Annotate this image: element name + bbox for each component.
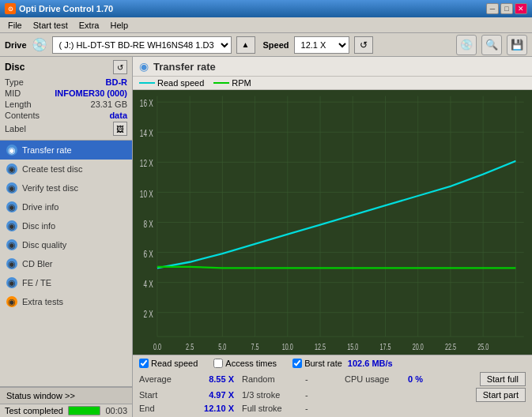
svg-text:14 X: 14 X <box>140 129 153 139</box>
legend-rpm: RPM <box>213 78 251 88</box>
test-completed-row: Test completed 00:03 <box>0 404 132 417</box>
menu-start-test[interactable]: Start test <box>28 19 73 32</box>
cb-access-times-label: Access times <box>225 359 277 368</box>
cb-burst-rate-label: Burst rate <box>304 359 342 368</box>
svg-text:2.5: 2.5 <box>186 343 194 352</box>
nav-label-verify-test-disc: Verify test disc <box>22 183 78 193</box>
test-progress-fill <box>69 407 100 415</box>
maximize-button[interactable]: □ <box>500 3 513 14</box>
nav-icon-verify-test-disc: ◉ <box>6 182 17 193</box>
svg-text:17.5: 17.5 <box>379 343 391 352</box>
disc-mid-value: INFOMER30 (000) <box>55 88 127 98</box>
nav-label-disc-info: Disc info <box>22 221 55 231</box>
stat-1-3-stroke-label: 1/3 stroke <box>242 390 305 400</box>
stat-full-stroke-val: - <box>305 404 321 413</box>
drive-bar: Drive 💿 ( J:) HL-DT-ST BD-RE WH16NS48 1.… <box>0 33 532 57</box>
checkbox-access-times[interactable] <box>213 359 223 368</box>
nav-item-extra-tests[interactable]: ◉ Extra tests <box>0 292 132 311</box>
cb-read-speed-label: Read speed <box>151 359 198 368</box>
menu-bar: File Start test Extra Help <box>0 17 532 33</box>
legend-read-speed-label: Read speed <box>157 78 204 88</box>
drive-select[interactable]: ( J:) HL-DT-ST BD-RE WH16NS48 1.D3 <box>52 36 232 54</box>
disc-refresh-button[interactable]: ↺ <box>113 60 127 74</box>
svg-text:10 X: 10 X <box>140 189 153 199</box>
nav-label-drive-info: Drive info <box>22 202 58 212</box>
stat-average-val: 8.55 X <box>187 374 234 384</box>
checkboxes-row: Read speed Access times Burst rate 102.6… <box>139 357 526 370</box>
disc-panel: Disc ↺ Type BD-R MID INFOMER30 (000) Len… <box>0 57 132 141</box>
speed-select[interactable]: 12.1 X <box>294 36 349 54</box>
svg-text:2 X: 2 X <box>143 309 153 319</box>
disc-title: Disc <box>5 62 25 73</box>
refresh-speed-button[interactable]: ↺ <box>354 36 373 54</box>
legend-rpm-label: RPM <box>232 78 251 88</box>
svg-text:4 X: 4 X <box>143 279 153 289</box>
cb-access-times: Access times <box>213 359 277 368</box>
start-part-button[interactable]: Start part <box>476 388 526 402</box>
close-button[interactable]: ✕ <box>515 3 527 14</box>
disc-icon-button[interactable]: 💿 <box>456 35 477 55</box>
start-full-button[interactable]: Start full <box>480 372 526 386</box>
checkbox-read-speed[interactable] <box>139 359 149 368</box>
scan-button[interactable]: 🔍 <box>481 35 502 55</box>
chart-icon: ◉ <box>139 60 149 73</box>
nav-item-disc-quality[interactable]: ◉ Disc quality <box>0 235 132 254</box>
stat-cpu-val: 0 % <box>408 374 455 384</box>
title-bar: ⊙ Opti Drive Control 1.70 ─ □ ✕ <box>0 0 532 17</box>
app-title: Opti Drive Control 1.70 <box>19 4 113 13</box>
nav-item-create-test-disc[interactable]: ◉ Create test disc <box>0 160 132 178</box>
stat-row-start: Start 4.97 X 1/3 stroke - Start part <box>139 387 526 403</box>
stat-random-label: Random <box>242 374 305 384</box>
svg-text:7.5: 7.5 <box>251 343 259 352</box>
eject-button[interactable]: ▲ <box>236 36 255 54</box>
nav-label-create-test-disc: Create test disc <box>22 164 82 174</box>
nav-item-drive-info[interactable]: ◉ Drive info <box>0 197 132 216</box>
nav-icon-disc-info: ◉ <box>6 220 17 231</box>
stats-rows: Average 8.55 X Random - CPU usage 0 % St… <box>139 370 526 415</box>
cb-read-speed: Read speed <box>139 359 198 368</box>
menu-extra[interactable]: Extra <box>74 19 104 32</box>
main-layout: Disc ↺ Type BD-R MID INFOMER30 (000) Len… <box>0 57 532 417</box>
disc-mid-label: MID <box>5 88 21 98</box>
nav-item-verify-test-disc[interactable]: ◉ Verify test disc <box>0 178 132 197</box>
nav-item-fe-te[interactable]: ◉ FE / TE <box>0 273 132 292</box>
save-button[interactable]: 💾 <box>507 35 527 55</box>
svg-text:6 X: 6 X <box>143 249 153 259</box>
menu-help[interactable]: Help <box>105 19 133 32</box>
nav-icon-disc-quality: ◉ <box>6 239 17 250</box>
nav-icon-create-test-disc: ◉ <box>6 163 17 175</box>
nav-label-transfer-rate: Transfer rate <box>22 145 72 155</box>
legend-color-read-speed <box>139 82 155 84</box>
app-icon: ⊙ <box>5 3 16 14</box>
stat-average-label: Average <box>139 374 187 384</box>
drive-label: Drive <box>5 40 27 50</box>
svg-text:15.0: 15.0 <box>347 343 358 352</box>
status-window-label: Status window >> <box>6 391 75 400</box>
stat-random-val: - <box>305 374 321 384</box>
stat-end-val: 12.10 X <box>187 404 234 413</box>
nav-label-cd-bler: CD Bler <box>22 259 53 269</box>
stat-end-label: End <box>139 404 187 413</box>
disc-length-value: 23.31 GB <box>91 100 127 109</box>
svg-text:25.0: 25.0 <box>477 343 489 352</box>
disc-label-button[interactable]: 🖼 <box>113 122 127 136</box>
nav-icon-drive-info: ◉ <box>6 201 17 212</box>
nav-item-transfer-rate[interactable]: ◉ Transfer rate <box>0 141 132 160</box>
nav-label-fe-te: FE / TE <box>22 278 51 287</box>
menu-file[interactable]: File <box>3 19 27 32</box>
stat-row-average: Average 8.55 X Random - CPU usage 0 % St… <box>139 371 526 387</box>
drive-icon: 💿 <box>32 37 47 52</box>
nav-item-cd-bler[interactable]: ◉ CD Bler <box>0 254 132 273</box>
chart-area: 16 X 14 X 12 X 10 X 8 X 6 X 4 X 2 X 0.0 … <box>133 90 532 355</box>
disc-type-value: BD-R <box>106 77 128 87</box>
nav-icon-cd-bler: ◉ <box>6 258 17 269</box>
burst-rate-value: 102.6 MB/s <box>348 359 393 368</box>
status-window-button[interactable]: Status window >> <box>0 387 132 404</box>
stat-cpu-label: CPU usage <box>345 374 408 384</box>
checkbox-burst-rate[interactable] <box>292 359 302 368</box>
svg-text:8 X: 8 X <box>143 219 153 229</box>
nav-item-disc-info[interactable]: ◉ Disc info <box>0 216 132 235</box>
stats-area: Read speed Access times Burst rate 102.6… <box>133 355 532 417</box>
minimize-button[interactable]: ─ <box>486 3 499 14</box>
test-progress-bar <box>68 406 100 415</box>
